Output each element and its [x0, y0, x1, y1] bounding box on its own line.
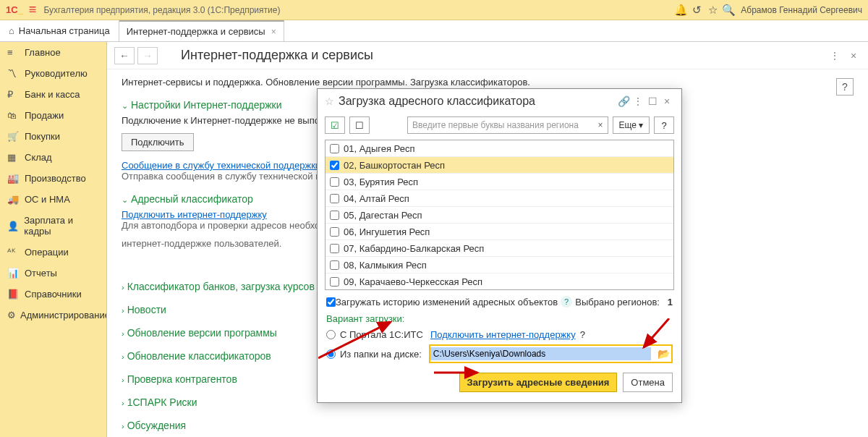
history-checkbox[interactable]	[326, 297, 336, 307]
kebab-icon[interactable]: ⋮	[631, 96, 645, 107]
sidebar-item[interactable]: 🛒Покупки	[0, 126, 106, 147]
tab-home[interactable]: ⌂ Начальная страница	[0, 20, 119, 41]
star-icon[interactable]: ☆	[705, 4, 720, 17]
modal-title: Загрузка адресного классификатора	[339, 95, 616, 108]
chevron-right-icon: ›	[122, 329, 124, 338]
chevron-right-icon: ›	[122, 399, 124, 407]
maximize-icon[interactable]: ☐	[645, 96, 660, 107]
sidebar-item[interactable]: 〽Руководителю	[0, 63, 106, 84]
sidebar-item[interactable]: ⚙Администрирование	[0, 305, 106, 326]
region-label: 02, Башкортостан Респ	[344, 160, 445, 171]
help-icon[interactable]: ?	[580, 329, 585, 340]
more-button[interactable]: Еще ▾	[613, 116, 650, 134]
region-row[interactable]: 05, Дагестан Респ	[326, 207, 673, 224]
sidebar-icon: ₽	[7, 89, 20, 100]
sidebar-item[interactable]: 📕Справочники	[0, 284, 106, 305]
check-all-button[interactable]: ☑	[325, 116, 345, 134]
modal-load-classifier: ☆ Загрузка адресного классификатора 🔗 ⋮ …	[317, 88, 682, 403]
help-button[interactable]: ?	[654, 116, 674, 134]
section-discussions[interactable]: ›Обсуждения	[122, 420, 854, 431]
sidebar-item[interactable]: 📊Отчеты	[0, 263, 106, 284]
sidebar-item-label: Банк и касса	[25, 89, 80, 100]
region-search-input[interactable]: Введите первые буквы названия региона ×	[407, 116, 608, 134]
close-icon[interactable]: ×	[660, 96, 674, 107]
chevron-right-icon: ›	[122, 306, 124, 315]
bell-icon[interactable]: 🔔	[673, 4, 689, 17]
sidebar-item-label: Администрирование	[20, 310, 107, 321]
cancel-button[interactable]: Отмена	[623, 373, 673, 392]
path-input[interactable]	[430, 347, 651, 360]
region-list[interactable]: 01, Адыгея Респ02, Башкортостан Респ03, …	[325, 140, 674, 290]
search-placeholder: Введите первые буквы названия региона	[412, 120, 579, 130]
region-checkbox[interactable]	[330, 144, 339, 153]
back-button[interactable]: ←	[114, 47, 135, 64]
region-checkbox[interactable]	[330, 194, 339, 203]
region-checkbox[interactable]	[330, 161, 339, 170]
sidebar-icon: 〽	[7, 68, 20, 79]
hamburger-icon[interactable]: ≡	[29, 2, 37, 17]
help-icon[interactable]: ?	[561, 296, 572, 307]
link-icon[interactable]: 🔗	[616, 96, 631, 107]
selected-label: Выбрано регионов: 1	[575, 297, 673, 307]
radio-folder[interactable]: Из папки на диске: 📂	[318, 342, 681, 365]
region-checkbox[interactable]	[330, 227, 339, 237]
region-row[interactable]: 09, Карачаево-Черкесская Респ	[326, 273, 673, 290]
sidebar-icon: ᴬᴷ	[7, 247, 20, 258]
connect-button[interactable]: Подключить	[122, 133, 194, 151]
sidebar-item[interactable]: 🚚ОС и НМА	[0, 189, 106, 210]
region-row[interactable]: 03, Бурятия Респ	[326, 174, 673, 190]
radio-folder-label: Из папки на диске:	[340, 349, 422, 360]
region-label: 09, Карачаево-Черкесская Респ	[344, 276, 482, 287]
region-row[interactable]: 02, Башкортостан Респ	[326, 157, 673, 174]
sidebar-item[interactable]: ▦Склад	[0, 147, 106, 168]
sidebar-item[interactable]: 🏭Производство	[0, 168, 106, 189]
star-icon[interactable]: ☆	[325, 96, 334, 107]
sidebar-item[interactable]: 👤Зарплата и кадры	[0, 210, 106, 242]
close-icon[interactable]: ×	[271, 27, 276, 37]
tab-active[interactable]: Интернет-поддержка и сервисы ×	[119, 20, 284, 41]
username[interactable]: Абрамов Геннадий Сергеевич	[741, 5, 862, 15]
region-checkbox[interactable]	[330, 244, 339, 253]
sidebar-item[interactable]: ₽Банк и касса	[0, 84, 106, 105]
sidebar-icon: ⚙	[7, 310, 16, 321]
region-row[interactable]: 04, Алтай Респ	[326, 190, 673, 207]
clear-icon[interactable]: ×	[598, 120, 603, 130]
region-label: 05, Дагестан Респ	[344, 210, 422, 221]
sidebar-icon: ▦	[7, 152, 20, 163]
help-button[interactable]: ?	[836, 78, 854, 96]
forward-button[interactable]: →	[137, 47, 158, 64]
title-bar: 1C_ ≡ Бухгалтерия предприятия, редакция …	[0, 0, 868, 20]
sidebar-item-label: Зарплата и кадры	[24, 215, 99, 237]
portal-connect-link[interactable]: Подключить интернет-поддержку	[430, 329, 576, 340]
region-checkbox[interactable]	[330, 260, 339, 270]
folder-icon[interactable]: 📂	[655, 348, 671, 360]
chevron-down-icon: ⌄	[122, 101, 128, 110]
close-page-icon[interactable]: ×	[846, 50, 861, 61]
uncheck-all-button[interactable]: ☐	[349, 116, 370, 134]
load-button[interactable]: Загрузить адресные сведения	[459, 373, 618, 392]
region-row[interactable]: 07, Кабардино-Балкарская Респ	[326, 240, 673, 257]
sidebar-item[interactable]: ≡Главное	[0, 42, 106, 63]
sidebar-item[interactable]: 🛍Продажи	[0, 105, 106, 126]
sidebar-item-label: Склад	[25, 152, 52, 163]
modal-header: ☆ Загрузка адресного классификатора 🔗 ⋮ …	[318, 89, 681, 114]
sidebar-item-label: Продажи	[25, 110, 64, 121]
search-icon[interactable]: 🔍	[720, 4, 736, 17]
variant-title: Вариант загрузки:	[318, 313, 681, 327]
radio-folder-input[interactable]	[326, 349, 336, 359]
radio-portal[interactable]: С Портала 1С:ИТС Подключить интернет-под…	[318, 327, 681, 342]
history-icon[interactable]: ↺	[689, 4, 705, 17]
chevron-right-icon: ›	[122, 376, 124, 384]
sidebar-item[interactable]: ᴬᴷОперации	[0, 242, 106, 263]
sidebar-item-label: Главное	[25, 47, 61, 58]
region-row[interactable]: 06, Ингушетия Респ	[326, 224, 673, 240]
region-checkbox[interactable]	[330, 277, 339, 287]
radio-portal-input[interactable]	[326, 330, 336, 339]
region-row[interactable]: 01, Адыгея Респ	[326, 140, 673, 157]
chevron-right-icon: ›	[122, 352, 124, 361]
region-checkbox[interactable]	[330, 177, 339, 187]
region-checkbox[interactable]	[330, 211, 339, 220]
region-row[interactable]: 08, Калмыкия Респ	[326, 257, 673, 273]
kebab-icon[interactable]: ⋮	[827, 50, 842, 61]
home-icon: ⌂	[9, 25, 14, 36]
